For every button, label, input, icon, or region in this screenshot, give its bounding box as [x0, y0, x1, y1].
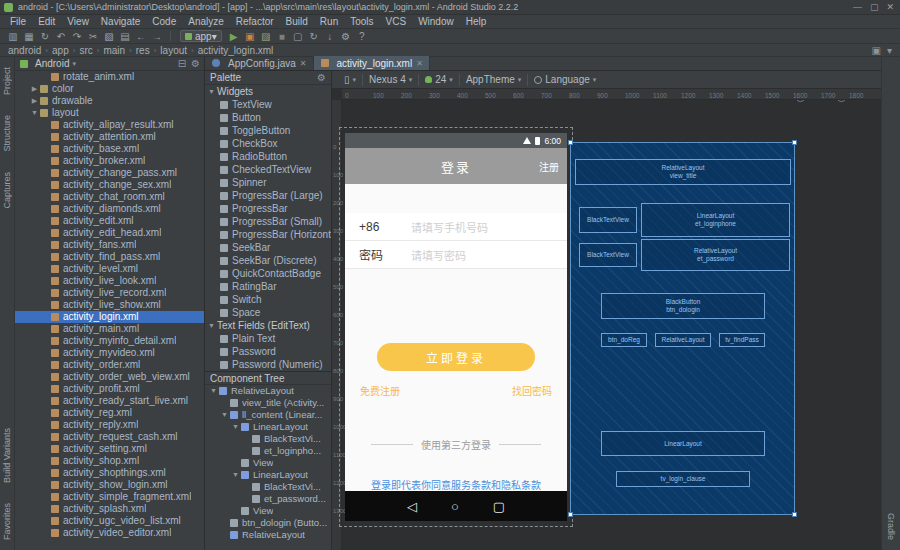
palette-item-togglebutton[interactable]: ToggleButton — [205, 124, 331, 137]
menu-edit[interactable]: Edit — [32, 16, 61, 27]
back-nav-icon[interactable]: ◁ — [407, 499, 417, 514]
coverage-icon[interactable]: ▨ — [259, 31, 273, 42]
project-item-activity-change-pass-xml[interactable]: activity_change_pass.xml — [15, 167, 204, 179]
theme-dropdown[interactable]: AppTheme▾ — [460, 71, 527, 89]
project-item-color[interactable]: ▶color — [15, 83, 204, 95]
palette-item-button[interactable]: Button — [205, 111, 331, 124]
cut-icon[interactable]: ✂ — [86, 31, 100, 42]
sync-icon[interactable]: ↻ — [38, 31, 52, 42]
project-item-activity-chat-room-xml[interactable]: activity_chat_room.xml — [15, 191, 204, 203]
recents-nav-icon[interactable]: ▢ — [493, 499, 505, 514]
resize-handle[interactable] — [792, 512, 797, 517]
project-item-activity-order-xml[interactable]: activity_order.xml — [15, 359, 204, 371]
palette-item-password-numeric[interactable]: Password (Numeric) — [205, 358, 331, 371]
blueprint-middle-layout[interactable]: RelativeLayout — [655, 333, 711, 347]
project-item-activity-main-xml[interactable]: activity_main.xml — [15, 323, 204, 335]
project-item-activity-order-web-view-xml[interactable]: activity_order_web_view.xml — [15, 371, 204, 383]
project-item-activity-shop-xml[interactable]: activity_shop.xml — [15, 455, 204, 467]
project-item-activity-profit-xml[interactable]: activity_profit.xml — [15, 383, 204, 395]
blueprint-preview[interactable]: RelativeLayout view_title BlackTextView … — [570, 142, 795, 515]
close-button[interactable]: ✕ — [886, 2, 894, 12]
language-dropdown[interactable]: Language▾ — [528, 71, 602, 89]
breadcrumb-activity-login-xml[interactable]: activity_login.xml — [198, 45, 274, 56]
project-item-activity-edit-head-xml[interactable]: activity_edit_head.xml — [15, 227, 204, 239]
project-view-mode-dropdown[interactable]: Android — [35, 58, 69, 69]
project-item-activity-ready-start-live-xml[interactable]: activity_ready_start_live.xml — [15, 395, 204, 407]
device-dropdown[interactable]: Nexus 4▾ — [363, 71, 418, 89]
menu-help[interactable]: Help — [460, 16, 493, 27]
phone-number-field[interactable]: +86 请填写手机号码 — [345, 213, 567, 241]
component-view-title-activity[interactable]: view_title (Activity... — [205, 397, 331, 409]
run-icon[interactable]: ▶ — [227, 31, 241, 42]
palette-item-progressbar-small[interactable]: ProgressBar (Small) — [205, 215, 331, 228]
project-item-activity-broker-xml[interactable]: activity_broker.xml — [15, 155, 204, 167]
breadcrumb-app[interactable]: app — [52, 45, 69, 56]
paste-icon[interactable]: ▤ — [118, 31, 132, 42]
resize-handle[interactable] — [568, 140, 573, 145]
back-icon[interactable]: ← — [134, 31, 148, 42]
design-preview-phone[interactable]: 6:00 登录 注册 +86 请填写手机号码 密码 请填写密码 立即登录 — [345, 133, 567, 521]
component-linearlayout[interactable]: ▼LinearLayout — [205, 421, 331, 433]
chevron-down-icon[interactable]: ▼ — [209, 385, 218, 397]
palette-item-textview[interactable]: TextView — [205, 98, 331, 111]
blueprint-phone-label[interactable]: BlackTextView — [579, 207, 637, 233]
menu-run[interactable]: Run — [314, 16, 344, 27]
project-item-activity-setting-xml[interactable]: activity_setting.xml — [15, 443, 204, 455]
project-item-activity-find-pass-xml[interactable]: activity_find_pass.xml — [15, 251, 204, 263]
palette-item-password[interactable]: Password — [205, 345, 331, 358]
chevron-right-icon[interactable]: ▶ — [30, 95, 39, 107]
forgot-password-link[interactable]: 找回密码 — [512, 383, 552, 398]
project-item-activity-show-login-xml[interactable]: activity_show_login.xml — [15, 479, 204, 491]
palette-item-progressbar-large[interactable]: ProgressBar (Large) — [205, 189, 331, 202]
project-item-activity-login-xml[interactable]: activity_login.xml — [15, 311, 204, 323]
sdk-icon[interactable]: ↓ — [323, 31, 337, 42]
component-blacktextvi[interactable]: BlackTextVi... — [205, 433, 331, 445]
project-item-rotate-anim-xml[interactable]: rotate_anim.xml — [15, 71, 204, 83]
menu-file[interactable]: File — [4, 16, 32, 27]
login-button[interactable]: 立即登录 — [377, 343, 535, 371]
component-btn-dologin-butto[interactable]: btn_dologin (Butto... — [205, 517, 331, 529]
project-item-activity-myvideo-xml[interactable]: activity_myvideo.xml — [15, 347, 204, 359]
register-action[interactable]: 注册 — [539, 159, 559, 174]
project-item-activity-reply-xml[interactable]: activity_reply.xml — [15, 419, 204, 431]
palette-item-progressbar[interactable]: ProgressBar — [205, 202, 331, 215]
breadcrumb-android[interactable]: android — [8, 45, 41, 56]
palette-item-seekbar[interactable]: SeekBar — [205, 241, 331, 254]
chevron-down-icon[interactable]: ▼ — [231, 469, 240, 481]
project-item-activity-alipay-result-xml[interactable]: activity_alipay_result.xml — [15, 119, 204, 131]
palette-item-space[interactable]: Space — [205, 306, 331, 319]
palette-item-switch[interactable]: Switch — [205, 293, 331, 306]
blueprint-findpass-link[interactable]: tv_findPass — [719, 333, 765, 347]
project-item-activity-splash-xml[interactable]: activity_splash.xml — [15, 503, 204, 515]
project-item-activity-change-sex-xml[interactable]: activity_change_sex.xml — [15, 179, 204, 191]
forward-icon[interactable]: → — [150, 31, 164, 42]
blueprint-thirdparty-layout[interactable]: LinearLayout — [601, 431, 765, 456]
open-icon[interactable]: ▥ — [6, 31, 20, 42]
menu-view[interactable]: View — [61, 16, 95, 27]
api-level-dropdown[interactable]: 24▾ — [419, 71, 459, 89]
palette-item-radiobutton[interactable]: RadioButton — [205, 150, 331, 163]
component-relativelayout[interactable]: ▼RelativeLayout — [205, 385, 331, 397]
debug-icon[interactable]: ▣ — [243, 31, 257, 42]
help-icon[interactable]: ? — [355, 31, 369, 42]
tool-strip-gradle[interactable]: Gradle — [886, 513, 896, 540]
menu-analyze[interactable]: Analyze — [182, 16, 230, 27]
settings-icon[interactable]: ⚙ — [339, 31, 353, 42]
breadcrumb-layout[interactable]: layout — [160, 45, 187, 56]
gear-icon[interactable]: ⚙ — [191, 58, 200, 69]
stop-icon[interactable]: ■ — [275, 31, 289, 42]
chevron-down-icon[interactable]: ▼ — [231, 421, 240, 433]
project-item-activity-attention-xml[interactable]: activity_attention.xml — [15, 131, 204, 143]
project-item-activity-level-xml[interactable]: activity_level.xml — [15, 263, 204, 275]
project-item-activity-live-look-xml[interactable]: activity_live_look.xml — [15, 275, 204, 287]
project-item-activity-base-xml[interactable]: activity_base.xml — [15, 143, 204, 155]
menu-navigate[interactable]: Navigate — [95, 16, 146, 27]
blueprint-password-label[interactable]: BlackTextView — [579, 243, 637, 267]
project-item-activity-reg-xml[interactable]: activity_reg.xml — [15, 407, 204, 419]
orientation-dropdown[interactable]: ▯▾ — [338, 71, 362, 89]
project-item-layout[interactable]: ▼layout — [15, 107, 204, 119]
sync-project-icon[interactable]: ↻ — [307, 31, 321, 42]
component-relativelayout[interactable]: RelativeLayout — [205, 529, 331, 541]
palette-section-widgets[interactable]: ▼Widgets — [205, 85, 331, 98]
project-item-activity-fans-xml[interactable]: activity_fans.xml — [15, 239, 204, 251]
